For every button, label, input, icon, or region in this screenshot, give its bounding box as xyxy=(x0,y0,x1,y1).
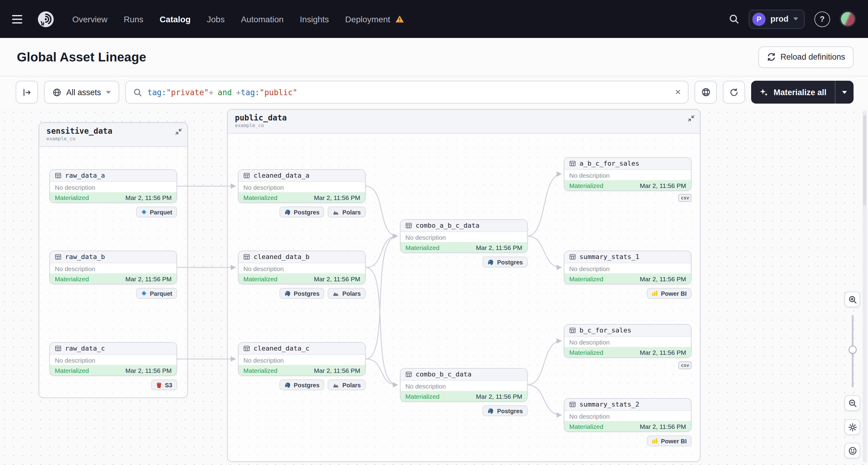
powerbi-icon xyxy=(652,290,658,296)
kind-tag-postgres[interactable]: Postgres xyxy=(279,288,324,299)
canvas-scrollbar[interactable] xyxy=(863,110,867,463)
asset-node-raw-data-b[interactable]: raw_data_b No description MaterializedMa… xyxy=(50,251,177,284)
kind-tag-csv[interactable]: csv xyxy=(679,194,691,202)
asset-node-a-b-c-for-sales[interactable]: a_b_c_for_sales No description Materiali… xyxy=(564,157,691,191)
nav-deployment[interactable]: Deployment xyxy=(345,14,404,24)
nav-automation[interactable]: Automation xyxy=(241,14,284,24)
reload-definitions-button[interactable]: Reload definitions xyxy=(758,46,854,68)
asset-selection-input[interactable]: tag: "private" + and + tag: "public" × xyxy=(125,81,689,103)
table-icon xyxy=(243,172,250,179)
group-repo: example_co xyxy=(235,123,694,128)
kind-tag-postgres[interactable]: Postgres xyxy=(483,405,528,416)
materialized-timestamp: Mar 2, 11:56 PM xyxy=(125,367,172,374)
selection-query: tag: "private" + and + tag: "public" xyxy=(148,88,298,97)
kind-tags: Postgres xyxy=(400,257,528,268)
asset-node-cleaned-data-c[interactable]: cleaned_data_c No description Materializ… xyxy=(238,342,366,376)
table-icon xyxy=(569,160,576,167)
zoom-out-button[interactable] xyxy=(844,395,860,411)
chevron-down-icon xyxy=(793,18,798,21)
graph-display-settings-button[interactable] xyxy=(844,419,860,435)
nav-catalog[interactable]: Catalog xyxy=(160,14,191,24)
collapse-group-icon[interactable] xyxy=(175,128,182,135)
asset-node-summary-stats-2[interactable]: summary_stats_2 No description Materiali… xyxy=(564,398,691,432)
lineage-toolbar: All assets tag: "private" + and + tag: "… xyxy=(0,76,868,108)
kind-tags: Power BI xyxy=(564,288,691,299)
kind-tag-label: S3 xyxy=(165,381,172,388)
asset-node-combo-a-b-c-data[interactable]: combo_a_b_c_data No description Material… xyxy=(400,219,528,253)
zoom-out-icon xyxy=(848,398,857,407)
asset-scope-dropdown[interactable]: All assets xyxy=(44,81,119,103)
postgres-icon xyxy=(284,381,291,388)
kind-tag-s3[interactable]: S3 xyxy=(151,379,177,390)
nav-insights[interactable]: Insights xyxy=(300,14,329,24)
materialize-options-button[interactable] xyxy=(835,81,854,103)
kind-tag-powerbi[interactable]: Power BI xyxy=(647,435,691,446)
asset-node-combo-b-c-data[interactable]: combo_b_c_data No description Materializ… xyxy=(400,368,528,402)
kind-tag-parquet[interactable]: Parquet xyxy=(136,207,177,217)
deployment-switcher[interactable]: P prod xyxy=(749,9,805,29)
refresh-button[interactable] xyxy=(723,81,745,103)
query-token: "private" xyxy=(166,88,209,97)
asset-node-raw-data-c[interactable]: raw_data_c No description MaterializedMa… xyxy=(50,342,177,376)
clear-query-icon[interactable]: × xyxy=(675,87,681,97)
dagster-logo[interactable] xyxy=(36,9,55,29)
materialized-status: Materialized xyxy=(569,423,603,430)
kind-tag-postgres[interactable]: Postgres xyxy=(279,207,324,217)
parquet-icon xyxy=(141,290,147,296)
asset-description: No description xyxy=(50,355,177,365)
materialized-timestamp: Mar 2, 11:56 PM xyxy=(640,423,686,430)
kind-tag-polars[interactable]: Polars xyxy=(328,207,366,217)
open-sidebar-button[interactable] xyxy=(16,81,38,103)
kind-tag-postgres[interactable]: Postgres xyxy=(279,379,324,390)
zoom-slider-handle[interactable] xyxy=(849,346,857,353)
help-button[interactable]: ? xyxy=(814,11,830,27)
scrollbar-thumb[interactable] xyxy=(863,115,866,206)
asset-node-cleaned-data-a[interactable]: cleaned_data_a No description Materializ… xyxy=(238,169,366,203)
kind-tags: Parquet xyxy=(50,288,177,299)
kind-tag-csv[interactable]: csv xyxy=(679,362,691,369)
materialized-status: Materialized xyxy=(569,182,603,189)
kind-tag-polars[interactable]: Polars xyxy=(328,379,366,390)
kind-tag-parquet[interactable]: Parquet xyxy=(136,288,177,299)
kind-tag-polars[interactable]: Polars xyxy=(328,288,366,299)
search-icon[interactable] xyxy=(729,14,739,24)
globe-icon xyxy=(701,87,711,97)
feedback-button[interactable] xyxy=(844,443,860,458)
kind-tag-powerbi[interactable]: Power BI xyxy=(647,288,691,299)
table-icon xyxy=(55,254,61,260)
lineage-canvas[interactable]: sensitive_data example_co public_data ex… xyxy=(0,108,868,465)
asset-description: No description xyxy=(564,170,691,180)
materialized-timestamp: Mar 2, 11:56 PM xyxy=(125,275,172,282)
group-header[interactable]: sensitive_data example_co xyxy=(39,123,187,147)
table-icon xyxy=(569,254,576,260)
menu-icon[interactable] xyxy=(12,12,27,26)
primary-nav: Overview Runs Catalog Jobs Automation In… xyxy=(72,14,404,24)
kind-tag-label: Power BI xyxy=(661,438,687,444)
kind-tag-label: Postgres xyxy=(497,259,523,265)
asset-node-b-c-for-sales[interactable]: b_c_for_sales No description Materialize… xyxy=(564,324,691,358)
asset-name: raw_data_c xyxy=(65,344,105,352)
sparkle-icon xyxy=(760,88,768,96)
asset-node-summary-stats-1[interactable]: summary_stats_1 No description Materiali… xyxy=(564,251,691,284)
materialized-timestamp: Mar 2, 11:56 PM xyxy=(125,194,172,201)
graph-settings-button[interactable] xyxy=(694,81,717,103)
nav-overview[interactable]: Overview xyxy=(72,14,107,24)
nav-jobs[interactable]: Jobs xyxy=(207,14,225,24)
kind-tag-label: Polars xyxy=(342,209,361,215)
search-icon xyxy=(133,88,142,97)
group-header[interactable]: public_data example_co xyxy=(228,110,700,134)
globe-icon xyxy=(53,88,61,97)
top-navbar: Overview Runs Catalog Jobs Automation In… xyxy=(0,0,868,38)
materialized-status: Materialized xyxy=(405,244,439,251)
nav-runs[interactable]: Runs xyxy=(124,14,143,24)
materialized-status: Materialized xyxy=(55,194,89,201)
user-avatar[interactable] xyxy=(840,11,856,27)
zoom-in-button[interactable] xyxy=(844,291,860,307)
table-icon xyxy=(569,401,576,408)
kind-tag-postgres[interactable]: Postgres xyxy=(483,257,528,268)
materialize-all-button[interactable]: Materialize all xyxy=(751,81,835,103)
collapse-group-icon[interactable] xyxy=(688,115,694,122)
asset-node-cleaned-data-b[interactable]: cleaned_data_b No description Materializ… xyxy=(238,251,366,284)
asset-node-raw-data-a[interactable]: raw_data_a No description MaterializedMa… xyxy=(50,169,177,203)
materialized-timestamp: Mar 2, 11:56 PM xyxy=(314,275,360,282)
